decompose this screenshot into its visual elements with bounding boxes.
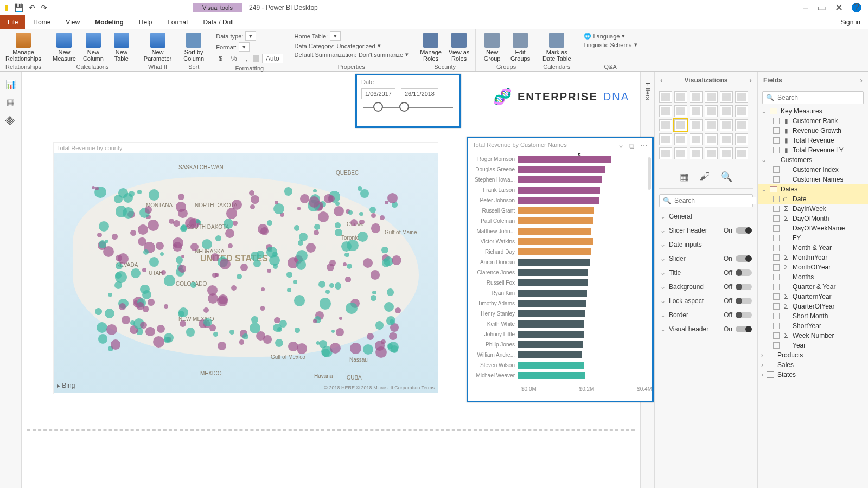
map-bubble[interactable] <box>314 230 319 235</box>
more-icon[interactable]: ⋯ <box>640 142 648 150</box>
toggle[interactable] <box>736 326 752 332</box>
viz-type-button[interactable] <box>735 105 748 117</box>
map-bubble[interactable] <box>309 196 320 208</box>
table-products[interactable]: ›Products <box>758 350 868 360</box>
slicer-from-date[interactable]: 1/06/2017 <box>361 88 395 99</box>
map-bubble[interactable] <box>300 194 309 203</box>
bar-chart-visual[interactable]: Total Revenue by Customer Names ▿ ⧉ ⋯ ↖ … <box>467 137 654 402</box>
new-table-button[interactable]: New Table <box>108 30 135 62</box>
map-bubble[interactable] <box>363 258 373 268</box>
map-bubble[interactable] <box>130 230 136 236</box>
map-bubble[interactable] <box>392 255 401 265</box>
map-bubble[interactable] <box>178 194 184 200</box>
field-monthofyear[interactable]: ΣMonthOfYear <box>758 262 868 272</box>
map-bubble[interactable] <box>138 224 148 234</box>
viz-type-button[interactable] <box>735 119 748 131</box>
bar-row[interactable]: Roger Morrison <box>468 154 647 164</box>
map-bubble[interactable] <box>386 316 395 325</box>
map-bubble[interactable] <box>233 221 238 226</box>
map-bubble[interactable] <box>381 339 386 344</box>
tab-format[interactable]: Format <box>160 15 196 29</box>
map-visual[interactable]: Total Revenue by county UNITED STATES SA… <box>53 142 438 394</box>
sign-in-link[interactable]: Sign in <box>833 15 868 29</box>
bar-row[interactable]: Henry Stanley <box>468 309 647 319</box>
map-bubble[interactable] <box>176 256 183 264</box>
map-bubble[interactable] <box>149 189 160 201</box>
summarization-value[interactable]: Don't summarize <box>359 52 403 58</box>
tab-file[interactable]: File <box>0 15 25 29</box>
map-bubble[interactable] <box>118 253 129 264</box>
report-view-icon[interactable]: 📊 <box>5 79 16 89</box>
language-dropdown[interactable]: Language <box>593 33 620 40</box>
map-bubble[interactable] <box>358 232 368 242</box>
viz-type-button[interactable] <box>674 105 687 117</box>
map-bubble[interactable] <box>334 206 344 216</box>
map-bubble[interactable] <box>196 219 200 223</box>
fields-search-input[interactable] <box>777 94 860 101</box>
viz-search[interactable]: 🔍 <box>659 194 753 207</box>
filter-icon[interactable]: ▿ <box>619 142 623 150</box>
chart-scrollbar[interactable] <box>648 157 651 190</box>
map-bubble[interactable] <box>389 332 397 340</box>
map-bubble[interactable] <box>185 217 196 229</box>
map-bubble[interactable] <box>176 202 186 211</box>
data-category-value[interactable]: Uncategorized <box>337 43 375 49</box>
toggle[interactable] <box>736 284 752 290</box>
map-bubble[interactable] <box>272 252 278 257</box>
home-table-dropdown[interactable]: ▾ <box>330 31 341 41</box>
map-bubble[interactable] <box>111 339 120 349</box>
bar-row[interactable]: Frank Larson <box>468 185 647 195</box>
map-bubble[interactable] <box>273 324 282 332</box>
pane-expand-icon[interactable]: › <box>749 76 752 85</box>
map-bubble[interactable] <box>105 309 114 318</box>
bar-row[interactable]: Douglas Greene <box>468 164 647 175</box>
help-icon[interactable]: ? <box>852 3 861 12</box>
map-bubble[interactable] <box>387 288 394 296</box>
viz-type-button[interactable] <box>690 147 703 159</box>
field-revenue-growth[interactable]: ▮Revenue Growth <box>758 126 868 136</box>
sort-by-column-button[interactable]: Sort by Column <box>181 30 207 62</box>
format-card-title[interactable]: ⌄TitleOff <box>655 266 757 280</box>
field-total-revenue-ly[interactable]: ▮Total Revenue LY <box>758 145 868 155</box>
field-customer-rank[interactable]: ▮Customer Rank <box>758 116 868 126</box>
format-well-icon[interactable]: 🖌 <box>700 171 710 183</box>
map-bubble[interactable] <box>363 344 373 355</box>
field-fy[interactable]: FY <box>758 233 868 243</box>
viz-type-button[interactable] <box>659 91 672 103</box>
field-customer-index[interactable]: Customer Index <box>758 165 868 175</box>
map-bubble[interactable] <box>250 204 255 209</box>
map-bubble[interactable] <box>112 234 118 240</box>
bar-row[interactable]: Philip Jones <box>468 339 647 350</box>
currency-button[interactable]: $ <box>216 53 225 64</box>
manage-roles-button[interactable]: Manage Roles <box>418 30 444 62</box>
slicer-handle-right[interactable] <box>399 102 409 112</box>
map-bubble[interactable] <box>371 223 381 233</box>
map-bubble[interactable] <box>298 240 303 246</box>
viz-type-button[interactable] <box>720 133 733 145</box>
map-surface[interactable]: UNITED STATES SASKATCHEWANQUEBECMONTANAN… <box>54 153 438 393</box>
map-bubble[interactable] <box>335 282 342 290</box>
field-months[interactable]: Months <box>758 272 868 282</box>
fields-well-icon[interactable]: ▦ <box>680 171 689 183</box>
fields-search[interactable]: 🔍 <box>762 91 864 104</box>
map-bubble[interactable] <box>287 288 291 292</box>
map-bubble[interactable] <box>251 195 259 204</box>
viz-type-button[interactable] <box>690 91 703 103</box>
viz-type-button[interactable] <box>720 119 733 131</box>
map-bubble[interactable] <box>99 221 109 232</box>
bar-row[interactable]: Aaron Duncan <box>468 257 647 267</box>
map-bubble[interactable] <box>203 318 212 326</box>
map-bubble[interactable] <box>260 306 265 311</box>
format-card-slicerHeader[interactable]: ⌄Slicer headerOn <box>655 223 757 237</box>
map-bubble[interactable] <box>335 229 342 236</box>
format-dropdown[interactable]: ▾ <box>239 42 250 52</box>
new-measure-button[interactable]: New Measure <box>50 30 78 62</box>
map-bubble[interactable] <box>371 295 376 301</box>
viz-type-button[interactable] <box>659 133 672 145</box>
field-quarterofyear[interactable]: ΣQuarterOfYear <box>758 301 868 311</box>
viz-type-button[interactable] <box>690 133 703 145</box>
save-icon[interactable]: 💾 <box>14 3 23 12</box>
map-bubble[interactable] <box>250 323 260 333</box>
field-quarternyear[interactable]: ΣQuarternYear <box>758 292 868 301</box>
map-bubble[interactable] <box>372 291 376 294</box>
